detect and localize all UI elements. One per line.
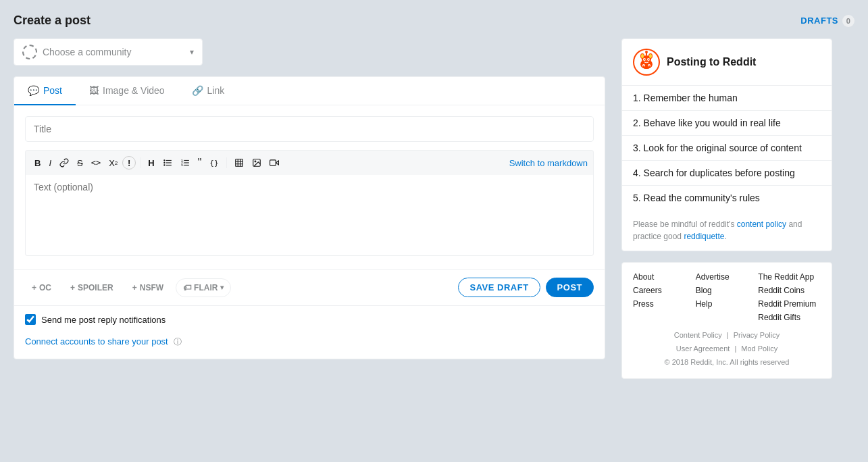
spoiler-label: SPOILER bbox=[78, 283, 113, 292]
italic-button[interactable]: I bbox=[45, 155, 55, 171]
reddiquette-link[interactable]: reddiquette bbox=[684, 232, 724, 241]
connect-accounts-link[interactable]: Connect accounts to share your post bbox=[25, 336, 168, 346]
flair-tag-icon: 🏷 bbox=[183, 283, 191, 292]
svg-point-37 bbox=[644, 59, 646, 60]
svg-rect-12 bbox=[235, 159, 242, 167]
post-tab-icon: 💬 bbox=[28, 85, 39, 96]
posting-to-reddit-title: Posting to Reddit bbox=[667, 56, 756, 68]
copyright-text: © 2018 Reddit, Inc. All rights reserved bbox=[665, 358, 790, 366]
rule-4: 4. Search for duplicates before posting bbox=[622, 161, 832, 186]
user-agreement-link[interactable]: User Agreement bbox=[676, 344, 730, 353]
svg-rect-3 bbox=[165, 162, 171, 163]
svg-rect-5 bbox=[165, 165, 171, 165]
svg-point-4 bbox=[163, 164, 165, 165]
toolbar-separator-2 bbox=[226, 157, 227, 168]
code-block-button[interactable]: {} bbox=[206, 156, 222, 170]
mod-policy-link[interactable]: Mod Policy bbox=[741, 344, 777, 353]
careers-link[interactable]: Careers bbox=[633, 286, 696, 295]
empty-2 bbox=[696, 313, 759, 322]
heading-button[interactable]: H bbox=[145, 155, 157, 171]
svg-point-34 bbox=[649, 54, 652, 58]
notifications-checkbox[interactable] bbox=[25, 314, 36, 325]
info-icon[interactable]: ⓘ bbox=[174, 337, 182, 346]
footer-policies: Content Policy | Privacy Policy User Agr… bbox=[633, 329, 821, 369]
drafts-label: DRAFTS bbox=[800, 16, 838, 26]
blog-link[interactable]: Blog bbox=[696, 286, 759, 295]
community-select-text: Choose a community bbox=[43, 47, 132, 57]
switch-markdown-button[interactable]: Switch to markdown bbox=[509, 158, 588, 168]
svg-point-18 bbox=[255, 161, 256, 162]
svg-rect-7 bbox=[184, 160, 189, 161]
strikethrough-button[interactable]: S bbox=[74, 155, 86, 171]
tab-image-video-label: Image & Video bbox=[103, 85, 165, 96]
content-policy-link[interactable]: content policy bbox=[737, 220, 786, 229]
svg-text:3.: 3. bbox=[181, 163, 183, 167]
editor-toolbar: B I S <> X2 ! H 1.2.3. bbox=[25, 150, 594, 175]
reddit-premium-link[interactable]: Reddit Premium bbox=[758, 299, 821, 309]
nsfw-plus-icon: + bbox=[132, 283, 137, 292]
text-area[interactable] bbox=[25, 175, 594, 256]
svg-point-39 bbox=[646, 60, 648, 61]
title-input[interactable] bbox=[25, 116, 594, 142]
spoiler-button[interactable]: ! bbox=[122, 156, 136, 170]
oc-button[interactable]: + OC bbox=[25, 279, 58, 297]
flair-button[interactable]: 🏷 FLAIR ▾ bbox=[176, 278, 231, 297]
save-draft-button[interactable]: SAVE DRAFT bbox=[458, 278, 540, 297]
blockquote-button[interactable]: " bbox=[195, 155, 205, 171]
help-link[interactable]: Help bbox=[696, 299, 759, 309]
svg-point-29 bbox=[648, 66, 650, 68]
about-link[interactable]: About bbox=[633, 272, 696, 282]
post-card: 💬 Post 🖼 Image & Video 🔗 Link B bbox=[14, 76, 605, 359]
code-inline-button[interactable]: <> bbox=[88, 155, 104, 170]
numbered-list-button[interactable]: 1.2.3. bbox=[177, 155, 193, 170]
nsfw-button[interactable]: + NSFW bbox=[126, 279, 170, 297]
bullet-list-button[interactable] bbox=[159, 155, 176, 170]
chevron-down-icon: ▾ bbox=[190, 47, 194, 57]
policy-end-text: . bbox=[724, 232, 726, 241]
post-button[interactable]: POST bbox=[546, 278, 594, 297]
flair-chevron-icon: ▾ bbox=[220, 284, 224, 291]
community-icon bbox=[22, 45, 37, 59]
flair-label: FLAIR bbox=[194, 283, 218, 292]
toolbar-separator-1 bbox=[140, 157, 141, 168]
community-select[interactable]: Choose a community ▾ bbox=[14, 38, 203, 66]
drafts-button[interactable]: DRAFTS 0 bbox=[800, 15, 854, 27]
reddit-gifts-link[interactable]: Reddit Gifts bbox=[758, 313, 821, 322]
advertise-link[interactable]: Advertise bbox=[696, 272, 759, 282]
right-panel: Posting to Reddit 1. Remember the human … bbox=[621, 38, 832, 379]
rule-2: 2. Behave like you would in real life bbox=[622, 111, 832, 136]
posting-header: Posting to Reddit bbox=[622, 39, 832, 86]
sep-2: | bbox=[734, 344, 736, 353]
svg-rect-11 bbox=[184, 165, 189, 165]
snoo-icon bbox=[633, 49, 660, 76]
privacy-policy-link[interactable]: Privacy Policy bbox=[734, 331, 780, 339]
svg-point-33 bbox=[641, 54, 644, 58]
tab-image-video[interactable]: 🖼 Image & Video bbox=[76, 77, 178, 105]
table-button[interactable] bbox=[231, 155, 247, 170]
bold-button[interactable]: B bbox=[31, 155, 44, 171]
reddit-app-link[interactable]: The Reddit App bbox=[758, 272, 821, 282]
svg-rect-20 bbox=[270, 160, 276, 165]
page-title: Create a post bbox=[14, 14, 91, 28]
oc-label: OC bbox=[39, 283, 51, 292]
link-button[interactable] bbox=[56, 155, 72, 170]
reddit-coins-link[interactable]: Reddit Coins bbox=[758, 286, 821, 295]
posting-to-reddit-card: Posting to Reddit 1. Remember the human … bbox=[621, 38, 832, 251]
insert-video-button[interactable] bbox=[266, 155, 282, 170]
insert-image-button[interactable] bbox=[249, 155, 265, 170]
tab-link[interactable]: 🔗 Link bbox=[178, 77, 238, 105]
spoiler-tag-button[interactable]: + SPOILER bbox=[63, 279, 120, 297]
content-policy-footer-link[interactable]: Content Policy bbox=[674, 331, 722, 339]
drafts-count: 0 bbox=[842, 15, 854, 27]
footer-links-card: About Advertise The Reddit App Careers B… bbox=[621, 262, 832, 379]
notifications-label: Send me post reply notifications bbox=[41, 315, 165, 325]
press-link[interactable]: Press bbox=[633, 299, 696, 309]
footer-right: SAVE DRAFT POST bbox=[458, 278, 594, 297]
policy-pre-text: Please be mindful of reddit's bbox=[633, 220, 737, 229]
sep-1: | bbox=[727, 331, 729, 339]
tab-post[interactable]: 💬 Post bbox=[14, 77, 76, 105]
rule-3: 3. Look for the original source of conte… bbox=[622, 136, 832, 161]
superscript-button[interactable]: X2 bbox=[105, 155, 121, 171]
link-tab-icon: 🔗 bbox=[192, 85, 203, 96]
nsfw-label: NSFW bbox=[140, 283, 163, 292]
